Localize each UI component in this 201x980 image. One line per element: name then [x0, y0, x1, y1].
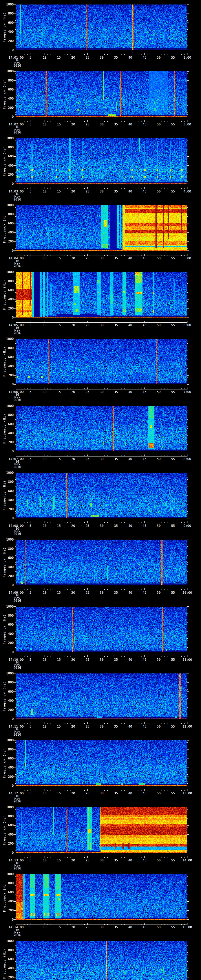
x-axis-major-tick [30, 254, 30, 256]
y-axis-minor-tick [187, 823, 188, 823]
y-axis-minor-tick [187, 707, 188, 708]
y-axis-minor-tick [15, 551, 16, 551]
y-axis-minor-tick [15, 964, 16, 964]
y-axis-minor-tick [15, 943, 16, 943]
y-axis-major-tick [187, 941, 189, 941]
spectrogram-image [16, 473, 187, 518]
y-axis-tick-label: 800 [2, 213, 14, 216]
x-axis-minor-tick [184, 522, 185, 523]
x-axis-major-tick [102, 388, 102, 389]
x-axis-minor-tick [139, 388, 139, 389]
y-axis-minor-tick [15, 894, 16, 895]
y-axis-major-tick [187, 606, 189, 607]
x-axis-minor-tick [50, 522, 51, 523]
x-axis-minor-tick [24, 924, 25, 924]
y-axis-major-tick [187, 500, 189, 500]
x-axis-line [16, 389, 187, 390]
x-axis-minor-tick [99, 857, 99, 858]
x-axis-date-line: 2016 [8, 332, 27, 334]
y-axis-major-tick [14, 786, 16, 786]
y-axis-major-tick [187, 290, 189, 290]
x-axis-minor-tick [175, 121, 176, 122]
x-axis-minor-tick [22, 255, 22, 256]
y-axis-major-tick [14, 50, 16, 50]
x-axis-minor-tick [156, 589, 156, 590]
x-axis-minor-tick [99, 188, 99, 189]
x-axis-minor-tick [139, 188, 139, 189]
y-axis-tick-label: 0 [2, 115, 14, 118]
y-axis-major-tick [187, 22, 189, 23]
y-axis-tick-label: 200 [2, 508, 14, 511]
y-axis-minor-tick [187, 313, 188, 313]
x-axis-minor-tick [139, 121, 139, 122]
x-axis-minor-tick [167, 388, 168, 389]
x-axis-minor-tick [33, 455, 34, 456]
x-axis-minor-tick [161, 54, 162, 55]
x-axis-major-tick [87, 923, 88, 924]
x-axis-minor-tick [133, 656, 133, 657]
x-axis-minor-tick [121, 54, 122, 55]
x-axis-major-tick [87, 856, 88, 858]
x-axis-minor-tick [156, 188, 156, 189]
y-axis-minor-tick [187, 848, 188, 848]
y-axis-tick-label: 200 [2, 240, 14, 243]
y-axis-minor-tick [15, 498, 16, 498]
y-axis-tick-label: 800 [2, 414, 14, 417]
x-axis-minor-tick [27, 255, 28, 256]
x-axis-minor-tick [39, 790, 39, 791]
y-axis-minor-tick [15, 486, 16, 487]
x-axis-minor-tick [50, 790, 51, 791]
y-axis-minor-tick [15, 94, 16, 94]
x-axis-minor-tick [121, 188, 122, 189]
y-axis-minor-tick [187, 504, 188, 505]
x-axis-minor-tick [81, 188, 82, 189]
x-axis-major-tick [16, 588, 16, 590]
y-axis-minor-tick [187, 948, 188, 948]
x-axis-minor-tick [156, 656, 156, 657]
y-axis-major-tick [14, 874, 16, 874]
y-axis-major-tick [187, 834, 189, 835]
y-axis-minor-tick [15, 87, 16, 88]
x-axis-minor-tick [24, 522, 25, 523]
y-axis-minor-tick [187, 678, 188, 678]
x-axis-minor-tick [36, 255, 36, 256]
y-axis-tick-label: 800 [2, 815, 14, 818]
y-axis-tick-label: 0 [2, 851, 14, 854]
x-axis-major-tick [102, 53, 102, 55]
x-axis-major-tick [16, 321, 16, 323]
x-axis-minor-tick [50, 857, 51, 858]
x-axis-minor-tick [53, 321, 53, 323]
y-axis-minor-tick [15, 779, 16, 779]
y-axis-minor-tick [15, 447, 16, 447]
x-axis-minor-tick [110, 790, 110, 791]
y-axis-minor-tick [15, 475, 16, 475]
y-axis-minor-tick [15, 210, 16, 210]
x-axis-minor-tick [24, 589, 25, 590]
y-axis-tick-label: 800 [2, 480, 14, 483]
y-axis-tick-label: 400 [2, 833, 14, 836]
y-axis-major-tick [187, 232, 189, 233]
x-axis-minor-tick [139, 522, 139, 523]
spectrogram-image [16, 607, 187, 652]
x-axis-minor-tick [121, 388, 122, 389]
x-axis-minor-tick [41, 656, 42, 657]
x-axis-minor-tick [181, 388, 182, 389]
y-axis-minor-tick [15, 150, 16, 150]
y-axis-minor-tick [15, 948, 16, 948]
y-axis-major-tick [187, 424, 189, 424]
y-axis-tick-label: 1000 [2, 672, 14, 675]
x-axis-minor-tick [36, 321, 36, 323]
y-axis-minor-tick [187, 34, 188, 34]
x-axis-minor-tick [167, 857, 168, 858]
y-axis-tick-label: 1000 [2, 270, 14, 274]
x-axis-minor-tick [24, 723, 25, 724]
x-axis-minor-tick [93, 522, 93, 523]
y-axis-minor-tick [15, 438, 16, 438]
y-axis-minor-tick [187, 92, 188, 92]
x-axis-major-tick [87, 722, 88, 724]
x-axis-minor-tick [139, 255, 139, 256]
x-axis-minor-tick [179, 790, 179, 791]
y-axis-minor-tick [187, 94, 188, 94]
x-axis-minor-tick [150, 589, 150, 590]
x-axis-date-line: 2016 [8, 399, 27, 401]
